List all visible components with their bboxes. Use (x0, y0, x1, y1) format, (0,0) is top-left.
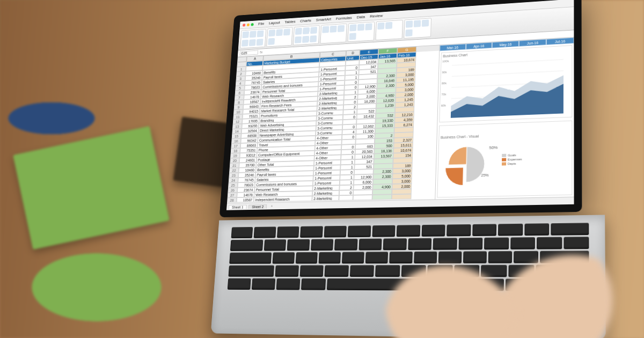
key[interactable] (551, 223, 589, 235)
sheet-tab-1[interactable]: Sheet 1 (229, 204, 247, 209)
key[interactable] (228, 265, 274, 276)
key[interactable] (229, 252, 272, 263)
ribbon-button[interactable] (338, 25, 345, 32)
key[interactable] (524, 223, 549, 236)
ribbon-button[interactable] (349, 24, 356, 31)
ribbon-button[interactable] (322, 26, 329, 33)
key[interactable] (254, 226, 276, 238)
cell-feb[interactable] (392, 194, 412, 200)
ribbon-button[interactable] (310, 35, 317, 42)
key[interactable] (348, 225, 371, 237)
ribbon-button[interactable] (241, 39, 248, 46)
ribbon-button[interactable] (349, 33, 356, 40)
cell-unit[interactable] (339, 195, 353, 201)
name-box[interactable]: G25 (239, 50, 258, 56)
key[interactable] (510, 237, 535, 249)
menu-smartart[interactable]: SmartArt (316, 17, 331, 23)
fx-icon[interactable]: fx (260, 50, 262, 54)
tab-mar[interactable]: Mar-16 (440, 43, 466, 51)
ribbon-button[interactable] (405, 29, 413, 36)
key[interactable] (463, 251, 487, 263)
cell-category[interactable]: 2-Marketing (312, 195, 339, 201)
key[interactable] (228, 278, 251, 290)
key[interactable] (383, 238, 407, 250)
ribbon-button[interactable] (250, 31, 257, 38)
tab-apr[interactable]: Apr-16 (466, 42, 493, 50)
key[interactable] (481, 265, 507, 277)
key[interactable] (264, 239, 287, 251)
key[interactable] (472, 224, 497, 236)
key[interactable] (372, 225, 396, 237)
menu-file[interactable]: File (258, 21, 265, 26)
ribbon-button[interactable] (330, 26, 336, 33)
tab-jun[interactable]: Jun-16 (519, 39, 546, 47)
ribbon-button[interactable] (310, 27, 317, 34)
key[interactable] (498, 224, 523, 236)
key[interactable] (408, 238, 431, 250)
ribbon-button[interactable] (414, 20, 421, 27)
key[interactable] (488, 251, 513, 263)
sheet-tab-2[interactable]: Sheet 2 (248, 204, 267, 209)
data-rows[interactable]: 112,03413,56510,674210460Benefits1-Perso… (227, 56, 439, 203)
key[interactable] (299, 265, 324, 277)
ribbon-button[interactable] (406, 20, 413, 27)
ribbon-button[interactable] (422, 19, 429, 27)
ribbon-button[interactable] (303, 27, 310, 34)
key[interactable] (277, 226, 299, 238)
menu-charts[interactable]: Charts (300, 18, 311, 23)
key[interactable] (349, 265, 374, 277)
key[interactable] (537, 237, 562, 249)
window-controls[interactable] (243, 23, 254, 27)
row-number[interactable]: 23 (229, 173, 238, 178)
menu-data[interactable]: Data (357, 14, 365, 19)
key[interactable] (295, 252, 317, 264)
key[interactable] (433, 238, 457, 249)
key[interactable] (300, 226, 323, 238)
key[interactable] (301, 278, 325, 290)
ribbon-button[interactable] (357, 24, 364, 31)
key[interactable] (230, 240, 263, 251)
ribbon-button[interactable] (268, 38, 275, 45)
row-number[interactable]: 27 (228, 193, 237, 198)
ribbon-button[interactable] (268, 30, 275, 36)
key[interactable] (276, 278, 301, 290)
cell-no[interactable]: 10587 (237, 197, 254, 202)
row-number[interactable]: 28 (227, 197, 237, 203)
cell-dec[interactable] (353, 195, 372, 200)
key[interactable] (514, 251, 538, 263)
menu-formulas[interactable]: Formulas (336, 16, 352, 21)
key[interactable] (318, 252, 341, 264)
ribbon-button[interactable] (242, 31, 249, 38)
key[interactable] (414, 252, 437, 263)
ribbon-button[interactable] (257, 30, 264, 37)
menu-layout[interactable]: Layout (269, 20, 280, 25)
key[interactable] (231, 227, 253, 238)
key[interactable] (334, 239, 357, 251)
key[interactable] (287, 239, 310, 251)
cell-unit[interactable]: 2 (339, 185, 354, 190)
tab-may[interactable]: May-16 (492, 41, 519, 48)
ribbon-button[interactable] (385, 22, 392, 29)
row-number[interactable]: 24 (229, 178, 238, 183)
key[interactable] (324, 265, 348, 277)
ribbon-button[interactable] (283, 28, 290, 35)
ribbon-button[interactable] (276, 29, 283, 36)
menu-tables[interactable]: Tables (284, 19, 296, 24)
row-number[interactable]: 26 (228, 188, 237, 193)
key[interactable] (397, 225, 420, 237)
key[interactable] (421, 225, 445, 237)
ribbon-button[interactable] (295, 28, 302, 35)
ribbon-button[interactable] (257, 39, 264, 46)
key[interactable] (358, 239, 382, 251)
row-number[interactable]: 22 (229, 168, 239, 173)
tab-jul[interactable]: Jul-16 (546, 38, 574, 45)
key[interactable] (275, 265, 298, 277)
key[interactable] (564, 237, 589, 249)
cell-unit[interactable]: 0 (339, 190, 354, 195)
ribbon-button[interactable] (249, 39, 256, 46)
ribbon-button[interactable] (365, 23, 372, 30)
key[interactable] (365, 252, 389, 263)
menu-review[interactable]: Review (370, 13, 383, 19)
row-number[interactable]: 25 (228, 182, 238, 188)
key[interactable] (390, 252, 413, 263)
